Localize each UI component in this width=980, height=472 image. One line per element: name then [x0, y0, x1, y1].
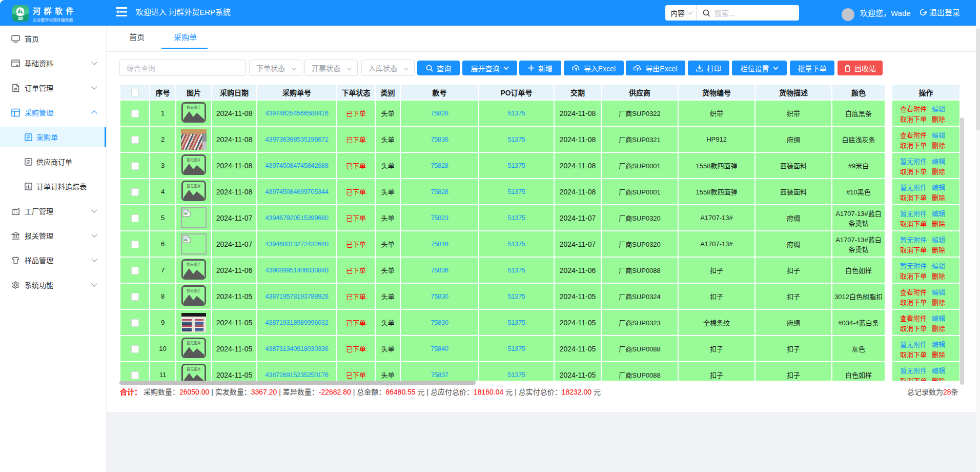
svg-text:暂无图片: 暂无图片	[187, 288, 201, 293]
svg-text:暂无图片: 暂无图片	[187, 341, 201, 345]
svg-text:暂无图片: 暂无图片	[187, 184, 201, 188]
svg-text:暂无图片: 暂无图片	[187, 262, 201, 267]
svg-text:暂无图片: 暂无图片	[187, 367, 201, 371]
svg-text:暂无图片: 暂无图片	[187, 105, 201, 110]
svg-text:暂无图片: 暂无图片	[187, 158, 201, 162]
